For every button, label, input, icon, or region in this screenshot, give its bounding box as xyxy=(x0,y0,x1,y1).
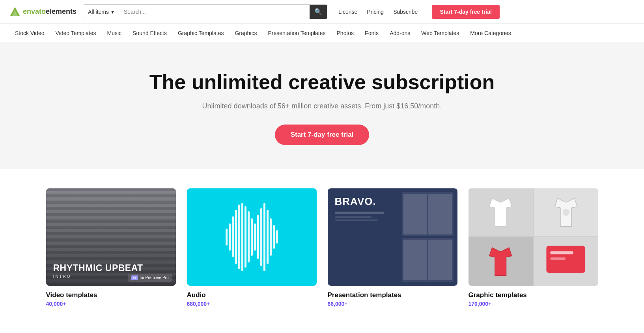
search-dropdown[interactable]: All items ▾ xyxy=(83,5,119,19)
wave-bar-10 xyxy=(254,223,256,251)
cat-nav-graphics[interactable]: Graphics xyxy=(229,24,262,43)
search-input[interactable] xyxy=(119,5,310,19)
card-audio[interactable]: Audio 680,000+ xyxy=(187,188,317,307)
card-thumb-presentation: BRAVO. xyxy=(328,188,457,286)
card-count-audio: 680,000+ xyxy=(187,301,317,307)
wave-bar-9 xyxy=(251,218,253,256)
pres-right xyxy=(402,192,453,282)
wave-bar-1 xyxy=(226,229,228,246)
wave-bar-17 xyxy=(276,230,278,244)
cat-nav-photos[interactable]: Photos xyxy=(331,24,360,43)
wave-bar-7 xyxy=(245,206,246,267)
chevron-down-icon: ▾ xyxy=(111,9,114,15)
logo[interactable]: envatoelements xyxy=(9,6,77,17)
wave-bar-15 xyxy=(270,218,272,256)
cat-nav-presentation-templates[interactable]: Presentation Templates xyxy=(262,24,331,43)
cat-nav-music[interactable]: Music xyxy=(101,24,127,43)
card-title-presentation: Presentation templates xyxy=(328,291,457,299)
cat-nav-stock-video[interactable]: Stock Video xyxy=(9,24,50,43)
search-button[interactable]: 🔍 xyxy=(310,5,327,19)
video-thumb-title: RHYTHMIC UPBEAT xyxy=(53,263,143,273)
card-graphic[interactable]: Graphic templates 170,000+ xyxy=(469,188,598,307)
shirt-badge-svg xyxy=(543,195,588,229)
search-dropdown-label: All items xyxy=(88,9,109,15)
waveform xyxy=(226,203,278,271)
card-title-graphic: Graphic templates xyxy=(469,291,598,299)
card-title-video: Video templates xyxy=(46,291,176,299)
header-cta-button[interactable]: Start 7-day free trial xyxy=(432,5,500,19)
cat-nav-addons[interactable]: Add-ons xyxy=(384,24,416,43)
presentation-thumb-bg: BRAVO. xyxy=(328,188,457,286)
wave-bar-12 xyxy=(260,208,262,266)
pricing-link[interactable]: Pricing xyxy=(367,9,384,15)
red-card-svg xyxy=(540,242,592,281)
pres-line-1 xyxy=(335,212,384,214)
graphic-cell-2 xyxy=(534,188,598,236)
card-count-graphic: 170,000+ xyxy=(469,301,598,307)
pres-left: BRAVO. xyxy=(332,192,400,282)
card-thumb-audio xyxy=(187,188,317,286)
search-icon: 🔍 xyxy=(314,8,322,15)
video-thumb-bg: RHYTHMIC UPBEAT INTRO Pr for Premiere Pr… xyxy=(46,188,176,286)
wave-bar-11 xyxy=(257,215,259,259)
card-count-presentation: 66,000+ xyxy=(328,301,457,307)
card-title-audio: Audio xyxy=(187,291,317,299)
category-nav: Stock Video Video Templates Music Sound … xyxy=(0,24,644,43)
pres-mini-4 xyxy=(428,240,452,280)
hero-cta-button[interactable]: Start 7-day free trial xyxy=(275,125,370,145)
cards-grid: RHYTHMIC UPBEAT INTRO Pr for Premiere Pr… xyxy=(46,188,598,307)
hero-section: The unlimited creative subscription Unli… xyxy=(0,43,644,169)
cat-nav-more-categories[interactable]: More Categories xyxy=(465,24,517,43)
wave-bar-14 xyxy=(267,210,269,264)
wave-bar-5 xyxy=(238,205,240,269)
graphic-thumb-bg xyxy=(469,188,598,286)
search-bar: All items ▾ 🔍 xyxy=(83,4,327,19)
pres-right-bottom xyxy=(402,238,453,282)
card-count-video: 40,000+ xyxy=(46,301,176,307)
svg-rect-5 xyxy=(551,258,566,260)
shirt-white-svg xyxy=(478,195,523,229)
wave-bar-16 xyxy=(273,225,275,249)
cat-nav-web-templates[interactable]: Web Templates xyxy=(416,24,465,43)
cat-nav-sound-effects[interactable]: Sound Effects xyxy=(127,24,172,43)
wave-bar-8 xyxy=(248,211,250,262)
envato-logo-icon xyxy=(9,6,21,17)
card-thumb-graphic xyxy=(469,188,598,286)
wave-bar-2 xyxy=(229,223,231,251)
header: envatoelements All items ▾ 🔍 License Pri… xyxy=(0,0,644,24)
wave-bar-13 xyxy=(263,203,265,271)
subscribe-link[interactable]: Subscribe xyxy=(393,9,418,15)
pres-bravo-text: BRAVO. xyxy=(335,195,397,208)
video-thumb-subtitle: INTRO xyxy=(53,274,143,279)
pres-line-3 xyxy=(335,220,378,221)
svg-rect-4 xyxy=(551,251,574,255)
cat-nav-video-templates[interactable]: Video Templates xyxy=(50,24,101,43)
cat-nav-fonts[interactable]: Fonts xyxy=(359,24,384,43)
pres-right-top xyxy=(402,192,453,236)
header-nav: License Pricing Subscribe Start 7-day fr… xyxy=(338,5,500,19)
license-link[interactable]: License xyxy=(338,9,357,15)
svg-point-2 xyxy=(562,209,569,216)
hero-subheading: Unlimited downloads of 56+ million creat… xyxy=(9,102,635,110)
cards-section: RHYTHMIC UPBEAT INTRO Pr for Premiere Pr… xyxy=(0,169,644,323)
hero-heading: The unlimited creative subscription xyxy=(145,71,500,94)
cat-nav-graphic-templates[interactable]: Graphic Templates xyxy=(172,24,229,43)
wave-bar-6 xyxy=(241,203,243,271)
pres-mini-2 xyxy=(428,194,452,234)
pres-line-2 xyxy=(335,216,372,218)
wave-bar-4 xyxy=(235,210,237,264)
card-presentation[interactable]: BRAVO. xyxy=(328,188,457,307)
wave-bar-3 xyxy=(232,216,234,257)
graphic-cell-1 xyxy=(469,188,533,236)
card-video[interactable]: RHYTHMIC UPBEAT INTRO Pr for Premiere Pr… xyxy=(46,188,176,307)
pres-mini-3 xyxy=(403,240,427,280)
audio-thumb-bg xyxy=(187,188,317,286)
card-thumb-video: RHYTHMIC UPBEAT INTRO Pr for Premiere Pr… xyxy=(46,188,176,286)
graphic-cell-3 xyxy=(469,237,533,285)
graphic-cell-4 xyxy=(534,237,598,285)
shirt-red-svg xyxy=(478,245,523,279)
pres-mini-1 xyxy=(403,194,427,234)
premiere-label: for Premiere Pro xyxy=(140,275,168,280)
logo-text: envatoelements xyxy=(23,7,77,16)
